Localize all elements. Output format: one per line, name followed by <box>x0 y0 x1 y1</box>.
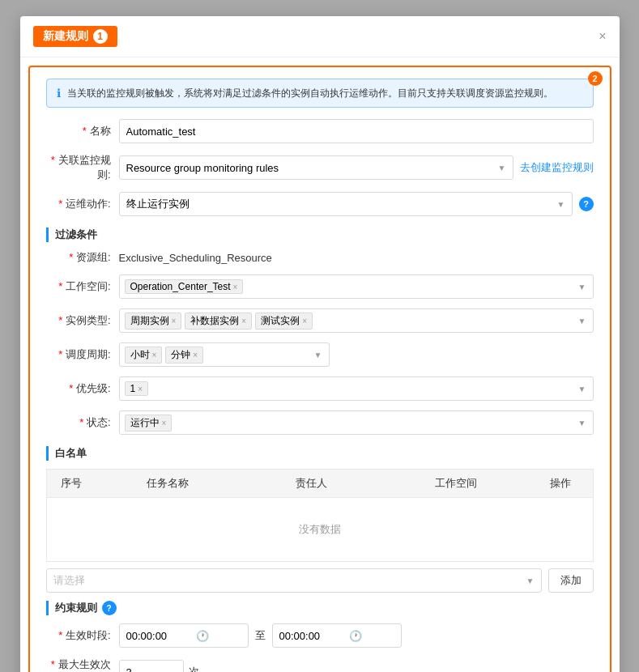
whitelist-section: 序号 任务名称 责任人 工作空间 操作 没有数据 请选择 ▼ 添加 <box>46 469 594 593</box>
status-row: 状态: 运行中 × ▼ <box>46 410 594 435</box>
monitor-arrow: ▼ <box>498 164 506 172</box>
status-tag-text-0: 运行中 <box>130 416 160 430</box>
instance-tag-input[interactable]: 周期实例 × 补数据实例 × 测试实例 × ▼ <box>119 308 594 333</box>
instance-tag-0: 周期实例 × <box>125 313 182 330</box>
effect-time-row: 生效时段: 🕐 至 🕐 <box>46 623 594 648</box>
ops-select[interactable]: 终止运行实例 ▼ <box>119 192 573 216</box>
max-count-row: 最大生效次数: 次 <box>46 657 594 672</box>
name-input[interactable] <box>119 119 594 143</box>
name-label: 名称 <box>46 124 119 138</box>
modal: 新建规则 1 × ℹ 当关联的监控规则被触发，系统将对满足过滤条件的实例自动执行… <box>20 16 620 672</box>
empty-text: 没有数据 <box>299 523 341 535</box>
table-col-0: 序号 <box>47 476 96 491</box>
effect-time-label: 生效时段: <box>46 628 119 643</box>
info-banner-badge: 2 <box>588 71 603 86</box>
status-tag-input[interactable]: 运行中 × ▼ <box>119 410 594 435</box>
add-placeholder: 请选择 <box>53 573 85 588</box>
max-count-wrap: 次 <box>119 660 199 672</box>
info-icon: ℹ <box>57 87 61 100</box>
info-text: 当关联的监控规则被触发，系统将对满足过滤条件的实例自动执行运维动作。目前只支持关… <box>67 86 553 100</box>
ops-label: 运维动作: <box>46 197 119 211</box>
workspace-tag-remove-0[interactable]: × <box>233 283 238 291</box>
instance-tag-1: 补数据实例 × <box>185 313 252 330</box>
table-add-row: 请选择 ▼ 添加 <box>46 568 594 593</box>
time-start-wrap: 🕐 <box>119 623 249 648</box>
create-monitor-link[interactable]: 去创建监控规则 <box>520 160 594 175</box>
table-col-2: 责任人 <box>240 476 384 491</box>
filter-section-title: 过滤条件 <box>46 228 594 242</box>
priority-tag-text-0: 1 <box>130 383 136 394</box>
monitor-row: 关联监控规则: Resource group monitoring rules … <box>46 153 594 182</box>
instance-row: 实例类型: 周期实例 × 补数据实例 × 测试实例 × ▼ <box>46 308 594 333</box>
resource-row: 资源组: Exclusive_Scheduling_Resource <box>46 250 594 265</box>
schedule-tag-text-0: 小时 <box>130 348 150 362</box>
clock-start-icon: 🕐 <box>196 630 209 642</box>
instance-tag-text-0: 周期实例 <box>130 314 169 328</box>
workspace-tag-text-0: Operation_Center_Test <box>130 281 231 292</box>
add-button[interactable]: 添加 <box>548 568 594 593</box>
max-count-label: 最大生效次数: <box>46 657 119 672</box>
table-col-1: 任务名称 <box>96 476 240 491</box>
name-row: 名称 <box>46 119 594 143</box>
table-header: 序号 任务名称 责任人 工作空间 操作 <box>46 469 594 498</box>
priority-row: 优先级: 1 × ▼ <box>46 376 594 401</box>
instance-tag-remove-0[interactable]: × <box>172 317 177 325</box>
instance-tag-text-2: 测试实例 <box>261 314 300 328</box>
max-count-unit: 次 <box>189 665 199 672</box>
title-text: 新建规则 <box>43 29 88 44</box>
status-label: 状态: <box>46 415 119 430</box>
workspace-tag-input[interactable]: Operation_Center_Test × ▼ <box>119 274 594 299</box>
constraint-help-icon[interactable]: ? <box>102 601 117 615</box>
time-end-input[interactable] <box>279 630 344 642</box>
constraint-section: 约束规则 ? 生效时段: 🕐 至 🕐 <box>46 601 594 672</box>
ops-select-wrap: 终止运行实例 ▼ ? <box>119 192 594 216</box>
workspace-tag-0: Operation_Center_Test × <box>125 279 244 294</box>
constraint-title: 约束规则 <box>46 601 97 615</box>
workspace-row: 工作空间: Operation_Center_Test × ▼ <box>46 274 594 299</box>
schedule-tag-remove-0[interactable]: × <box>152 351 157 359</box>
title-badge: 1 <box>93 29 108 44</box>
to-text: 至 <box>255 628 266 643</box>
close-icon[interactable]: × <box>599 29 606 44</box>
schedule-tag-remove-1[interactable]: × <box>193 351 198 359</box>
schedule-tag-1: 分钟 × <box>165 347 203 364</box>
table-empty: 没有数据 <box>46 498 594 562</box>
instance-tag-2: 测试实例 × <box>255 313 313 330</box>
instance-label: 实例类型: <box>46 313 119 328</box>
schedule-tag-input[interactable]: 小时 × 分钟 × ▼ <box>119 342 330 367</box>
ops-arrow: ▼ <box>557 200 565 209</box>
max-count-input[interactable] <box>119 660 184 672</box>
ops-help-icon[interactable]: ? <box>579 197 594 211</box>
instance-tag-text-1: 补数据实例 <box>190 314 239 328</box>
priority-arrow: ▼ <box>578 385 586 393</box>
modal-header: 新建规则 1 × <box>20 16 620 57</box>
status-tag-0: 运行中 × <box>125 415 173 432</box>
instance-tag-remove-1[interactable]: × <box>241 317 246 325</box>
monitor-select[interactable]: Resource group monitoring rules ▼ <box>119 155 513 180</box>
schedule-row: 调度周期: 小时 × 分钟 × ▼ <box>46 342 594 367</box>
monitor-select-wrap: Resource group monitoring rules ▼ 去创建监控规… <box>119 155 594 180</box>
time-start-input[interactable] <box>126 630 191 642</box>
time-end-wrap: 🕐 <box>272 623 402 648</box>
monitor-value: Resource group monitoring rules <box>126 162 279 174</box>
modal-title: 新建规则 1 <box>33 26 117 47</box>
status-tag-remove-0[interactable]: × <box>162 419 167 427</box>
info-banner: ℹ 当关联的监控规则被触发，系统将对满足过滤条件的实例自动执行运维动作。目前只支… <box>46 79 594 108</box>
ops-value: 终止运行实例 <box>126 197 190 211</box>
ops-row: 运维动作: 终止运行实例 ▼ ? <box>46 192 594 216</box>
instance-arrow: ▼ <box>578 317 586 325</box>
clock-end-icon: 🕐 <box>349 630 362 642</box>
instance-tag-remove-2[interactable]: × <box>302 317 307 325</box>
modal-body: ℹ 当关联的监控规则被触发，系统将对满足过滤条件的实例自动执行运维动作。目前只支… <box>28 66 611 672</box>
resource-label: 资源组: <box>46 250 119 265</box>
monitor-label: 关联监控规则: <box>46 153 119 182</box>
table-col-4: 操作 <box>528 476 593 491</box>
add-select[interactable]: 请选择 ▼ <box>46 568 542 593</box>
priority-tag-input[interactable]: 1 × ▼ <box>119 376 594 401</box>
priority-tag-remove-0[interactable]: × <box>138 385 143 393</box>
table-col-3: 工作空间 <box>384 476 528 491</box>
priority-label: 优先级: <box>46 381 119 396</box>
priority-tag-0: 1 × <box>125 381 149 396</box>
whitelist-section-title: 白名单 <box>46 446 594 461</box>
resource-value: Exclusive_Scheduling_Resource <box>119 252 272 264</box>
